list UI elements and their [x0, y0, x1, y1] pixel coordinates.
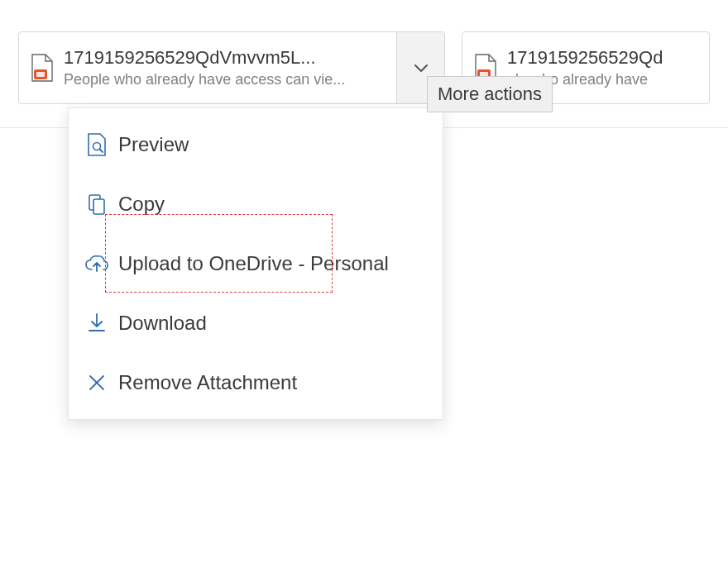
menu-item-preview[interactable]: Preview — [69, 115, 443, 174]
cloud-upload-icon — [80, 255, 113, 273]
menu-item-copy[interactable]: Copy — [69, 174, 443, 234]
attachment-info: 1719159256529QdVmvvm5L... People who alr… — [64, 46, 396, 89]
powerpoint-file-icon — [19, 53, 64, 83]
svg-rect-1 — [36, 72, 45, 77]
svg-rect-7 — [93, 199, 104, 214]
menu-item-label: Preview — [118, 133, 189, 156]
close-icon — [80, 374, 113, 392]
attachment-filename: 1719159256529QdVmvvm5L... — [64, 46, 390, 70]
attachment-card[interactable]: 1719159256529QdVmvvm5L... People who alr… — [18, 31, 445, 104]
menu-item-label: Remove Attachment — [118, 371, 297, 394]
menu-item-label: Copy — [118, 193, 165, 216]
menu-item-label: Upload to OneDrive - Personal — [118, 252, 389, 275]
attachment-access: People who already have access can vie..… — [64, 70, 390, 89]
context-menu: Preview Copy Upload to OneDrive - Person… — [68, 107, 443, 420]
menu-item-upload-onedrive[interactable]: Upload to OneDrive - Personal — [69, 234, 443, 293]
copy-icon — [80, 193, 113, 216]
attachment-filename: 1719159256529Qd — [507, 46, 702, 70]
menu-item-label: Download — [118, 312, 207, 335]
svg-line-5 — [100, 150, 103, 153]
download-icon — [80, 312, 113, 334]
menu-item-remove-attachment[interactable]: Remove Attachment — [69, 353, 443, 412]
preview-icon — [80, 132, 113, 157]
tooltip-more-actions: More actions — [427, 76, 553, 112]
chevron-down-icon — [411, 58, 431, 78]
menu-item-download[interactable]: Download — [69, 293, 443, 353]
